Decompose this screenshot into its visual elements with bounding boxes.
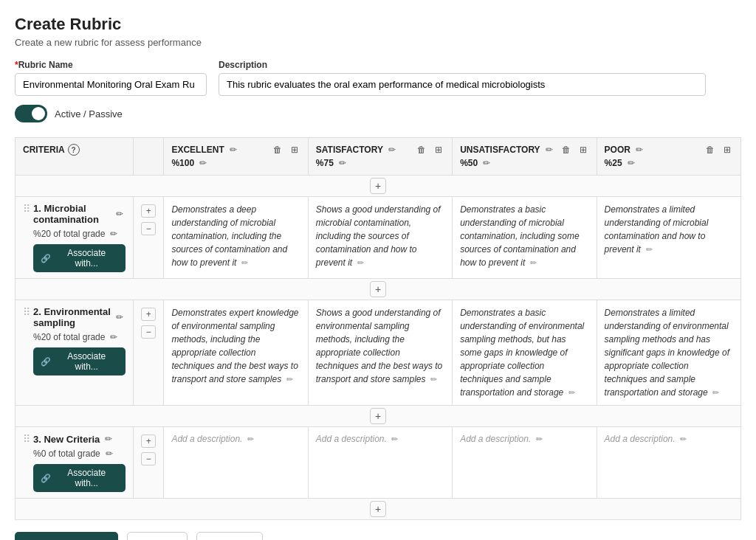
cell-edit-btn-1-excellent[interactable]: ✏ (239, 257, 250, 269)
cell-text-3-unsatisfactory: Add a description. (460, 434, 531, 444)
excellent-pct: %100 (171, 158, 194, 168)
link-icon-2: 🔗 (41, 357, 51, 367)
cell-edit-btn-2-unsatisfactory[interactable]: ✏ (566, 387, 577, 398)
cell-edit-btn-2-excellent[interactable]: ✏ (284, 374, 295, 385)
cell-text-2-satisfactory: Shows a good understanding of environmen… (316, 308, 442, 384)
satisfactory-delete-btn[interactable]: 🗑 (415, 144, 428, 156)
row-add-btn-2[interactable]: + (141, 308, 156, 321)
drag-handle-1[interactable]: ⠿ (23, 203, 30, 215)
associate-btn-1[interactable]: 🔗 Associate with... (33, 244, 126, 272)
criteria-grade-edit-btn-2[interactable]: ✏ (108, 331, 120, 343)
add-row-top: + (16, 176, 741, 197)
rubric-name-input[interactable] (15, 73, 207, 96)
unsatisfactory-pct-edit-btn[interactable]: ✏ (481, 157, 492, 169)
col-satisfactory-header: SATISFACTORY ✏ 🗑 ⊞ %75 ✏ (308, 138, 452, 176)
link-icon-1: 🔗 (41, 254, 51, 263)
excellent-add-btn[interactable]: ⊞ (289, 144, 300, 156)
cell-2-satisfactory: Shows a good understanding of environmen… (308, 300, 452, 406)
criteria-cell-2: ⠿ 2. Environmental sampling ✏ %20 of tot… (16, 300, 134, 406)
cell-edit-btn-2-satisfactory[interactable]: ✏ (428, 374, 439, 385)
description-input[interactable] (219, 73, 706, 96)
cell-text-3-excellent: Add a description. (171, 434, 242, 444)
add-row-bottom: + (16, 499, 741, 520)
excellent-pct-edit-btn[interactable]: ✏ (197, 157, 209, 169)
cell-text-2-poor: Demonstrates a limited understanding of … (605, 308, 729, 398)
criteria-grade-edit-btn-1[interactable]: ✏ (108, 228, 120, 240)
unsatisfactory-pct: %50 (460, 158, 478, 168)
cell-text-3-poor: Add a description. (605, 434, 676, 444)
add-row-bottom-btn[interactable]: + (370, 501, 386, 517)
unsatisfactory-add-btn[interactable]: ⊞ (577, 144, 589, 156)
criteria-label: CRITERIA (23, 145, 65, 155)
poor-pct: %25 (605, 158, 622, 168)
toggle-label: Active / Passive (55, 108, 123, 120)
col-unsatisfactory-header: UNSATISFACTORY ✏ 🗑 ⊞ %50 ✏ (453, 138, 597, 176)
cell-edit-btn-1-poor[interactable]: ✏ (644, 244, 655, 255)
add-row-mid1: + (16, 279, 741, 300)
cell-edit-btn-1-unsatisfactory[interactable]: ✏ (528, 257, 539, 269)
row-remove-btn-3[interactable]: − (141, 452, 156, 465)
criteria-name-edit-btn-3[interactable]: ✏ (103, 433, 114, 445)
poor-edit-btn[interactable]: ✏ (633, 144, 645, 156)
col-excellent-header: EXCELLENT ✏ 🗑 ⊞ %100 ✏ (164, 138, 308, 176)
poor-delete-btn[interactable]: 🗑 (704, 144, 717, 156)
satisfactory-add-btn[interactable]: ⊞ (433, 144, 444, 156)
row-add-btn-1[interactable]: + (141, 204, 156, 218)
cell-1-poor: Demonstrates a limited understanding of … (597, 197, 740, 279)
drag-handle-3[interactable]: ⠿ (23, 433, 30, 445)
add-row-mid2-btn[interactable]: + (370, 408, 386, 424)
cell-edit-btn-3-unsatisfactory[interactable]: ✏ (534, 434, 545, 445)
criteria-name-2: 2. Environmental sampling (33, 306, 111, 328)
cell-edit-btn-3-satisfactory[interactable]: ✏ (389, 434, 400, 445)
criteria-help-icon[interactable]: ? (68, 144, 80, 156)
criteria-cell-3: ⠿ 3. New Criteria ✏ %0 of total grade ✏ … (16, 427, 134, 499)
cell-text-1-excellent: Demonstrates a deep understanding of mic… (171, 204, 287, 268)
row-add-btn-3[interactable]: + (141, 435, 156, 448)
associate-btn-2[interactable]: 🔗 Associate with... (33, 347, 126, 375)
cell-edit-btn-2-poor[interactable]: ✏ (710, 387, 721, 398)
poor-pct-edit-btn[interactable]: ✏ (625, 157, 637, 169)
criteria-grade-edit-btn-3[interactable]: ✏ (103, 448, 115, 460)
row-remove-btn-1[interactable]: − (141, 222, 156, 235)
unsatisfactory-label: UNSATISFACTORY (460, 145, 540, 155)
satisfactory-pct-edit-btn[interactable]: ✏ (337, 157, 348, 169)
unsatisfactory-edit-btn[interactable]: ✏ (543, 144, 555, 156)
criteria-grade-2: %20 of total grade (33, 332, 105, 342)
criteria-cell-1: ⠿ 1. Microbial contamination ✏ %20 of to… (16, 197, 134, 279)
unsatisfactory-delete-btn[interactable]: 🗑 (560, 144, 573, 156)
save-changes-button[interactable]: Save Changes (15, 532, 118, 540)
cell-edit-btn-3-poor[interactable]: ✏ (678, 434, 689, 445)
criteria-name-edit-btn-2[interactable]: ✏ (114, 311, 126, 323)
add-row-top-btn[interactable]: + (370, 178, 386, 194)
associate-btn-3[interactable]: 🔗 Associate with... (33, 464, 126, 492)
satisfactory-edit-btn[interactable]: ✏ (386, 144, 398, 156)
poor-add-btn[interactable]: ⊞ (721, 144, 733, 156)
excellent-delete-btn[interactable]: 🗑 (271, 144, 284, 156)
criteria-name-3: 3. New Criteria (33, 434, 100, 445)
satisfactory-label: SATISFACTORY (316, 145, 383, 155)
row-controls-3: + − (134, 427, 164, 499)
drag-handle-2[interactable]: ⠿ (23, 306, 30, 318)
cell-3-excellent: Add a description. ✏ (164, 427, 308, 499)
cell-text-2-excellent: Demonstrates expert knowledge of environ… (171, 308, 298, 384)
criteria-name-1: 1. Microbial contamination (33, 203, 111, 225)
cell-3-satisfactory: Add a description. ✏ (308, 427, 452, 499)
add-row-mid1-btn[interactable]: + (370, 281, 386, 297)
cell-edit-btn-3-excellent[interactable]: ✏ (245, 434, 256, 445)
col-poor-header: POOR ✏ 🗑 ⊞ %25 ✏ (597, 138, 740, 176)
cell-edit-btn-1-satisfactory[interactable]: ✏ (355, 257, 366, 269)
row-controls-1: + − (134, 197, 164, 279)
criteria-grade-3: %0 of total grade (33, 449, 100, 459)
active-passive-toggle[interactable] (15, 105, 47, 122)
page-title: Create Rubric (15, 15, 741, 34)
cell-text-1-unsatisfactory: Demonstrates a basic understanding of mi… (460, 204, 579, 268)
cell-2-excellent: Demonstrates expert knowledge of environ… (164, 300, 308, 406)
rubric-name-label: *Rubric Name (15, 60, 207, 70)
cell-3-poor: Add a description. ✏ (597, 427, 740, 499)
row-remove-btn-2[interactable]: − (141, 325, 156, 339)
criteria-name-edit-btn-1[interactable]: ✏ (114, 208, 126, 220)
satisfactory-pct: %75 (316, 158, 334, 168)
excellent-edit-btn[interactable]: ✏ (227, 144, 239, 156)
cancel-button[interactable]: Cancel (196, 532, 263, 540)
reset-button[interactable]: Reset (127, 532, 188, 540)
